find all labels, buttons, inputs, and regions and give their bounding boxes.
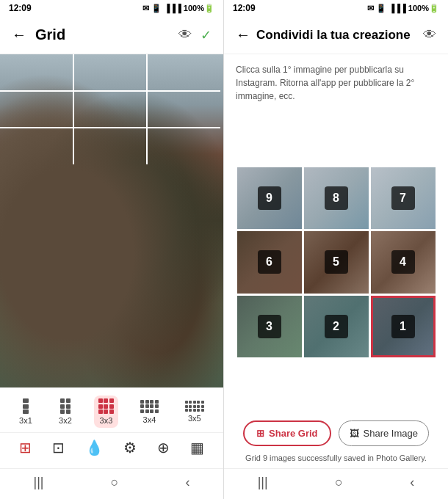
right-panel: 12:09 ✉ 📱 ▐▐▐ 100%🔋 ← Condividi la tua c…	[224, 0, 448, 499]
status-bar-left: 12:09 ✉ 📱 ▐▐▐ 100%🔋	[0, 0, 223, 16]
cell-number-7: 7	[391, 186, 415, 210]
grid-3x3-icon	[98, 398, 114, 414]
grid-option-3x2[interactable]: 3x2	[54, 396, 76, 428]
signal-icon-r: ▐▐▐	[389, 4, 405, 12]
grid-3x5-icon	[185, 401, 204, 412]
cell-number-8: 8	[325, 186, 348, 210]
link-icon[interactable]: ⊕	[157, 439, 170, 456]
share-cell-5[interactable]: 5	[304, 231, 369, 294]
status-icons-right: ✉ 📱 ▐▐▐ 100%🔋	[367, 4, 439, 13]
grid-3x5-label: 3x5	[188, 414, 201, 423]
share-image-label: Share Image	[364, 428, 418, 439]
cell-number-4: 4	[391, 250, 415, 274]
share-cell-1[interactable]: 1	[371, 296, 436, 358]
share-cell-7[interactable]: 7	[371, 167, 436, 230]
cell-number-3: 3	[258, 315, 281, 338]
preview-icon-right[interactable]: 👁	[423, 27, 436, 43]
saved-text: Grid 9 images successfully saved in Phot…	[224, 454, 448, 468]
nav-bar-left: ||| ○ ‹	[0, 468, 223, 499]
border-icon[interactable]: ▦	[190, 439, 204, 456]
grid-option-3x3[interactable]: 3x3	[94, 396, 118, 428]
instruction-content: Clicca sulla 1° immagine per pubblicarla…	[236, 65, 414, 101]
grid-overlay	[0, 54, 220, 164]
duplicate-icon[interactable]: ⊡	[52, 439, 65, 456]
left-panel: 12:09 ✉ 📱 ▐▐▐ 100%🔋 ← Grid 👁 ✓	[0, 0, 224, 499]
grid-3x4-label: 3x4	[143, 415, 156, 424]
grid-3x2-label: 3x2	[59, 416, 72, 425]
water-drop-icon[interactable]: 💧	[85, 439, 104, 456]
phone-icon-r: 📱	[376, 4, 386, 13]
nav-back-left[interactable]: ‹	[185, 475, 189, 490]
share-grid-label: Share Grid	[269, 428, 317, 439]
nav-back-right[interactable]: ‹	[410, 475, 414, 490]
share-cell-3[interactable]: 3	[237, 296, 302, 358]
status-bar-right: 12:09 ✉ 📱 ▐▐▐ 100%🔋	[224, 0, 448, 16]
grid-3x1-label: 3x1	[19, 416, 32, 425]
confirm-icon[interactable]: ✓	[200, 27, 212, 43]
grid-option-3x1[interactable]: 3x1	[15, 396, 37, 428]
message-icon-r: ✉	[367, 4, 374, 13]
saved-message: Grid 9 images successfully saved in Phot…	[245, 454, 427, 462]
cell-number-9: 9	[258, 186, 281, 210]
cell-number-6: 6	[258, 250, 281, 274]
instruction-text: Clicca sulla 1° immagine per pubblicarla…	[224, 54, 448, 112]
battery-icon: 100%🔋	[184, 4, 214, 13]
share-grid-container: 9 8 7 6 5 4	[224, 112, 448, 413]
share-cell-4[interactable]: 4	[371, 231, 436, 294]
share-cell-6[interactable]: 6	[237, 231, 302, 294]
signal-icon: ▐▐▐	[164, 4, 181, 12]
share-grid-button[interactable]: ⊞ Share Grid	[243, 420, 330, 446]
nav-home-left[interactable]: ○	[111, 475, 119, 490]
cell-number-2: 2	[325, 315, 348, 338]
grid-3x4-icon	[140, 400, 159, 413]
bottom-tools: ⊞ ⊡ 💧 ⚙ ⊕ ▦	[0, 432, 223, 468]
preview-icon[interactable]: 👁	[178, 27, 192, 43]
cell-number-1: 1	[391, 315, 415, 338]
nav-bar-right: ||| ○ ‹	[224, 468, 448, 499]
back-arrow-right[interactable]: ←	[236, 26, 250, 43]
time-left: 12:09	[9, 3, 32, 13]
message-icon: ✉	[142, 4, 149, 13]
adjust-icon[interactable]: ⚙	[123, 439, 137, 456]
share-cell-9[interactable]: 9	[237, 167, 302, 230]
cell-number-5: 5	[325, 250, 348, 274]
left-header: ← Grid 👁 ✓	[0, 16, 223, 54]
share-image-icon: 🖼	[350, 428, 359, 439]
grid-preview	[0, 54, 223, 387]
status-icons-left: ✉ 📱 ▐▐▐ 100%🔋	[142, 4, 214, 13]
grid-options-toolbar: 3x1 3x2 3x3	[0, 387, 223, 432]
right-header: ← Condividi la tua creazione 👁	[224, 16, 448, 54]
phone-icon: 📱	[151, 4, 162, 13]
grid-option-3x5[interactable]: 3x5	[181, 398, 209, 426]
time-right: 12:09	[233, 3, 256, 13]
nav-menu-right[interactable]: |||	[258, 475, 268, 490]
right-title: Condividi la tua creazione	[256, 28, 417, 43]
nav-menu-left[interactable]: |||	[34, 475, 44, 490]
grid-3x1-icon	[23, 398, 29, 414]
back-arrow-left[interactable]: ←	[12, 26, 26, 43]
battery-icon-r: 100%🔋	[408, 4, 439, 13]
left-title: Grid	[35, 26, 170, 43]
grid-3x2-icon	[60, 398, 71, 414]
grid-option-3x4[interactable]: 3x4	[136, 397, 163, 427]
grid-3x3-label: 3x3	[100, 416, 113, 425]
share-buttons: ⊞ Share Grid 🖼 Share Image	[224, 413, 448, 454]
nav-home-right[interactable]: ○	[335, 475, 343, 490]
share-grid-icon: ⊞	[256, 428, 264, 439]
share-image-button[interactable]: 🖼 Share Image	[339, 420, 429, 446]
share-cell-2[interactable]: 2	[304, 296, 369, 358]
grid-tool-icon[interactable]: ⊞	[19, 439, 32, 456]
share-grid-layout: 9 8 7 6 5 4	[237, 167, 436, 358]
share-cell-8[interactable]: 8	[304, 167, 369, 230]
